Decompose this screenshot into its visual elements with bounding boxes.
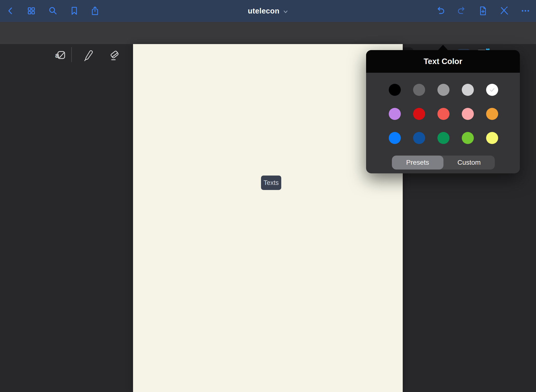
text-color-popover: Text Color PresetsCustom: [366, 50, 520, 173]
color-swatch-grid: [366, 73, 520, 144]
undo-icon[interactable]: [435, 5, 446, 17]
color-swatch-purple[interactable]: [389, 108, 401, 120]
canvas-text-object[interactable]: Texts: [261, 176, 281, 190]
document-title[interactable]: utelecon: [248, 7, 279, 15]
presets-custom-segmented-control: PresetsCustom: [392, 156, 495, 170]
back-icon[interactable]: [5, 5, 16, 17]
color-swatch-coral[interactable]: [437, 108, 449, 120]
top-navigation-bar: utelecon: [0, 0, 536, 22]
bookmark-icon[interactable]: [68, 5, 80, 17]
share-icon[interactable]: [89, 5, 101, 17]
color-swatch-red[interactable]: [413, 108, 425, 120]
more-icon[interactable]: [520, 5, 531, 17]
popover-header: Text Color: [366, 50, 520, 73]
color-swatch-blue[interactable]: [389, 132, 401, 144]
color-swatch-white[interactable]: [486, 84, 498, 96]
pen-icon[interactable]: [82, 48, 95, 61]
tab-presets[interactable]: Presets: [392, 156, 443, 170]
color-swatch-navy[interactable]: [413, 132, 425, 144]
read-only-icon[interactable]: [498, 5, 510, 17]
color-swatch-orange[interactable]: [486, 108, 498, 120]
color-swatch-green[interactable]: [437, 132, 449, 144]
color-swatch-gray[interactable]: [437, 84, 449, 96]
color-swatch-dark-gray[interactable]: [413, 84, 425, 96]
color-swatch-yellow[interactable]: [486, 132, 498, 144]
redo-icon[interactable]: [456, 5, 467, 17]
eraser-icon[interactable]: [108, 48, 121, 61]
thumbnails-icon[interactable]: [26, 5, 37, 17]
popover-arrow: [438, 45, 448, 51]
search-icon[interactable]: [47, 5, 59, 17]
color-swatch-light-gray[interactable]: [462, 84, 474, 96]
checkmark-icon: [489, 86, 496, 93]
add-page-icon[interactable]: [477, 5, 489, 17]
edit-mode-icon[interactable]: a: [54, 48, 67, 61]
tool-bar: a: [0, 22, 536, 44]
title-chevron-down-icon[interactable]: [283, 9, 288, 14]
color-swatch-light-green[interactable]: [462, 132, 474, 144]
note-page-canvas[interactable]: [133, 44, 403, 392]
tab-custom[interactable]: Custom: [443, 156, 495, 170]
color-swatch-pink[interactable]: [462, 108, 474, 120]
canvas-text-object-label: Texts: [263, 179, 279, 187]
color-swatch-black[interactable]: [389, 84, 401, 96]
popover-title: Text Color: [424, 57, 462, 66]
svg-text:a: a: [55, 52, 59, 59]
notes-app: utelecon: [0, 0, 536, 392]
toolbar-divider: [71, 47, 72, 62]
